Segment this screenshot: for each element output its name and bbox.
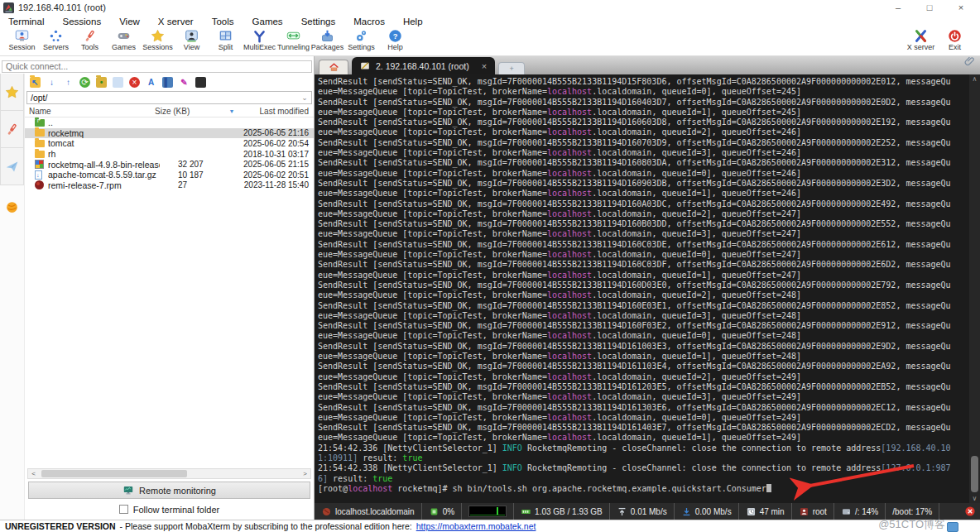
upload-icon[interactable]: ↑	[63, 77, 74, 88]
toolbar-left: SessionServersToolsGamesSessionsViewSpli…	[5, 29, 412, 51]
follow-checkbox[interactable]	[119, 505, 128, 514]
tab-session-active[interactable]: 2. 192.168.40.101 (root) ×	[352, 57, 495, 74]
file-name: rocketmq	[48, 128, 160, 138]
follow-label: Follow terminal folder	[133, 505, 220, 515]
watermark-monitor-icon	[947, 522, 958, 532]
close-button[interactable]: ×	[945, 2, 977, 12]
chevron-down-icon[interactable]: ⌄	[298, 93, 311, 102]
minimize-button[interactable]: –	[882, 2, 914, 12]
tab-close-icon[interactable]: ×	[482, 61, 487, 71]
macros-ball-icon[interactable]	[0, 185, 24, 228]
maximize-button[interactable]: □	[914, 2, 945, 12]
exit-icon	[948, 29, 963, 43]
column-modified[interactable]: Last modified	[238, 107, 314, 116]
toolbar-tunneling-button[interactable]: Tunneling	[276, 29, 310, 51]
status-graph	[462, 503, 514, 520]
paperclip-icon[interactable]	[964, 55, 975, 69]
file-browser: ↖↓↑⟳•×A▍✎ ⌄ Name Size (KB) ▼ Last modifi…	[24, 74, 314, 520]
new-folder-icon[interactable]: •	[96, 77, 107, 88]
tools-knife-icon[interactable]	[0, 111, 24, 148]
scroll-up-icon[interactable]: ∧	[969, 75, 980, 83]
menu-settings[interactable]: Settings	[301, 17, 336, 26]
horizontal-scrollbar[interactable]: < >	[27, 468, 311, 479]
toolbar-exit-button[interactable]: Exit	[938, 29, 972, 51]
folder-icon	[35, 151, 48, 158]
terminal-wrap: SendResult [sendStatus=SEND_OK, msgId=7F…	[315, 74, 980, 503]
follow-terminal-folder: Follow terminal folder	[25, 499, 314, 520]
menu-terminal[interactable]: Terminal	[8, 17, 44, 26]
terminal-output[interactable]: SendResult [sendStatus=SEND_OK, msgId=7F…	[315, 74, 969, 503]
xserver-icon	[914, 29, 929, 43]
file-row-rh[interactable]: rh2018-10-31 03:17	[25, 149, 314, 160]
scroll-left-icon[interactable]: <	[28, 470, 39, 477]
toolbar-session-button[interactable]: Session	[5, 29, 39, 51]
column-name[interactable]: Name	[25, 107, 155, 116]
svg-text:?: ?	[393, 32, 398, 41]
tab-home[interactable]	[319, 60, 348, 74]
sessions-star-icon[interactable]	[0, 74, 24, 111]
menu-macros[interactable]: Macros	[353, 17, 385, 26]
file-size: 10 187	[160, 170, 231, 180]
download-icon[interactable]: ↓	[46, 77, 57, 88]
toolbar-view-button[interactable]: View	[175, 29, 209, 51]
toolbar-sessions-button[interactable]: Sessions	[141, 29, 175, 51]
sftp-plane-icon[interactable]	[0, 148, 24, 185]
menu-view[interactable]: View	[119, 17, 140, 26]
status-disk-icon	[841, 506, 852, 517]
delete-icon[interactable]: ×	[129, 77, 140, 88]
rename-icon[interactable]: A	[146, 77, 156, 88]
refresh-icon[interactable]: ⟳	[79, 77, 90, 88]
file-name: ..	[48, 117, 160, 127]
servers-icon	[49, 29, 64, 43]
scroll-right-icon[interactable]: >	[300, 470, 310, 477]
menu-sessions[interactable]: Sessions	[62, 17, 101, 26]
console-icon[interactable]	[195, 77, 206, 88]
terminal-scrollbar[interactable]: ∧ ∨	[969, 74, 980, 503]
column-size[interactable]: Size (KB)	[155, 107, 226, 116]
watermark: @51CTO博客	[878, 517, 958, 532]
book-icon[interactable]: ▍	[162, 77, 173, 88]
parent-dir-icon[interactable]: ↖	[30, 77, 41, 88]
toolbar-label: Servers	[43, 43, 69, 51]
file-row-rocketmq-all-4-9-8-bin-release-zip[interactable]: rocketmq-all-4.9.8-bin-release.zip32 207…	[25, 159, 314, 170]
terminal-scrollbar-thumb[interactable]	[971, 456, 978, 492]
toolbar-split-button[interactable]: Split	[209, 29, 243, 51]
menu-games[interactable]: Games	[252, 17, 283, 26]
tab-bar: 2. 192.168.40.101 (root) × +	[315, 56, 980, 74]
file-row-apache-tomcat-8-5-59-tar-gz[interactable]: apache-tomcat-8.5.59.tar.gz10 1872025-06…	[25, 170, 314, 180]
toolbar-games-button[interactable]: Games	[107, 29, 141, 51]
path-bar: ⌄	[26, 91, 312, 104]
toolbar-multiexec-button[interactable]: MultiExec	[243, 29, 276, 51]
settings-icon	[354, 29, 369, 43]
file-row-tomcat[interactable]: tomcat2025-06-02 20:54	[25, 138, 314, 149]
scroll-down-icon[interactable]: ∨	[969, 495, 980, 502]
file-row-rocketmq[interactable]: rocketmq2025-06-05 21:16	[25, 128, 314, 139]
remote-monitoring-button[interactable]: Remote monitoring	[28, 482, 310, 499]
toolbar-label: MultiExec	[243, 43, 276, 51]
menu-help[interactable]: Help	[403, 17, 423, 26]
mobatek-link[interactable]: https://mobaxterm.mobatek.net	[416, 521, 536, 531]
toolbar-tools-button[interactable]: Tools	[73, 29, 107, 51]
path-input[interactable]	[27, 93, 298, 103]
new-tab-button[interactable]: +	[498, 62, 525, 74]
monitoring-close-icon[interactable]	[964, 506, 976, 517]
targz-icon	[35, 170, 48, 180]
toolbar-packages-button[interactable]: Packages	[310, 29, 344, 51]
toolbar-label: Settings	[348, 43, 375, 51]
menu-x-server[interactable]: X server	[158, 17, 194, 26]
toolbar-help-button[interactable]: ?Help	[378, 29, 412, 51]
toolbar-settings-button[interactable]: Settings	[344, 29, 378, 51]
quick-connect-input[interactable]	[2, 60, 312, 73]
monitor-icon	[122, 485, 134, 496]
wand-icon[interactable]: ✎	[179, 77, 190, 88]
new-file-icon[interactable]	[113, 77, 123, 88]
toolbar-servers-button[interactable]: Servers	[39, 29, 73, 51]
file-row--[interactable]: ..	[25, 117, 314, 128]
status-clock-icon	[746, 506, 757, 517]
file-row-remi-release-7-rpm[interactable]: remi-release-7.rpm272023-11-28 15:40	[25, 180, 314, 191]
scrollbar-thumb[interactable]	[41, 470, 187, 477]
toolbar-x-server-button[interactable]: X server	[904, 29, 938, 51]
menu-tools[interactable]: Tools	[212, 17, 234, 26]
status-localhost-localdomain: localhost.localdomain	[315, 503, 422, 520]
sort-indicator-icon[interactable]: ▼	[226, 108, 238, 114]
